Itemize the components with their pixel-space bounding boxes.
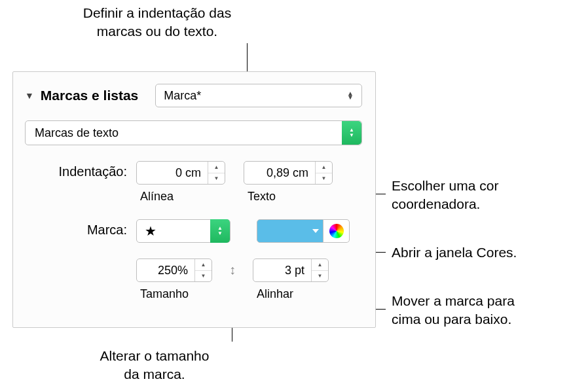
color-swatch[interactable] xyxy=(257,219,323,243)
callout-indent: Definir a indentação dasmarcas ou do tex… xyxy=(52,4,262,41)
callout-color-picker: Abrir a janela Cores. xyxy=(392,243,517,262)
list-style-select[interactable]: Marca* ▲▼ xyxy=(155,84,362,107)
callout-color-swatch: Escolher uma corcoordenadora. xyxy=(392,177,498,214)
indent-row: Indentação: 0 cm ▲▼ Alínea 0,89 cm ▲▼ Te… xyxy=(25,161,362,204)
text-indent-sublabel: Texto xyxy=(248,190,276,204)
color-wheel-icon xyxy=(329,224,344,238)
section-header: ▼ Marcas e listas Marca* ▲▼ xyxy=(25,84,362,107)
formatting-panel: ▼ Marcas e listas Marca* ▲▼ Marcas de te… xyxy=(12,71,376,328)
size-sublabel: Tamanho xyxy=(140,287,189,301)
disclosure-triangle-icon[interactable]: ▼ xyxy=(25,90,34,101)
vertical-arrows-icon: ↕ xyxy=(229,262,236,277)
stepper-icon[interactable]: ▲▼ xyxy=(315,162,332,184)
bullet-indent-stepper[interactable]: 0 cm ▲▼ xyxy=(136,161,225,185)
align-stepper[interactable]: 3 pt ▲▼ xyxy=(253,258,329,282)
text-indent-value: 0,89 cm xyxy=(244,162,315,184)
bullet-indent-value: 0 cm xyxy=(137,162,208,184)
section-title: Marcas e listas xyxy=(41,88,138,103)
align-value: 3 pt xyxy=(253,259,311,281)
indent-label: Indentação: xyxy=(25,161,127,179)
color-picker-button[interactable] xyxy=(323,219,350,243)
align-sublabel: Alinhar xyxy=(257,287,293,301)
bullet-label: Marca: xyxy=(25,219,127,238)
chevron-updown-icon: ▲▼ xyxy=(342,121,361,145)
size-stepper[interactable]: 250% ▲▼ xyxy=(136,258,212,282)
bullet-type-select[interactable]: Marcas de texto ▲▼ xyxy=(25,120,362,145)
chevron-updown-icon: ▲▼ xyxy=(210,219,230,243)
chevron-updown-icon: ▲▼ xyxy=(347,92,354,99)
callout-size: Alterar o tamanhoda marca. xyxy=(63,347,246,384)
bullet-char-select[interactable]: ★ ▲▼ xyxy=(136,219,230,243)
stepper-icon[interactable]: ▲▼ xyxy=(194,259,212,281)
bullet-char-value: ★ xyxy=(145,223,210,239)
list-style-value: Marca* xyxy=(164,89,201,103)
callout-align: Mover a marca paracima ou para baixo. xyxy=(392,292,515,329)
bullet-row: Marca: ★ ▲▼ xyxy=(25,219,362,243)
size-value: 250% xyxy=(137,259,194,281)
bullet-type-value: Marcas de texto xyxy=(35,126,342,140)
stepper-icon[interactable]: ▲▼ xyxy=(311,259,328,281)
bullet-indent-sublabel: Alínea xyxy=(140,190,174,204)
text-indent-stepper[interactable]: 0,89 cm ▲▼ xyxy=(244,161,333,185)
stepper-icon[interactable]: ▲▼ xyxy=(208,162,225,184)
